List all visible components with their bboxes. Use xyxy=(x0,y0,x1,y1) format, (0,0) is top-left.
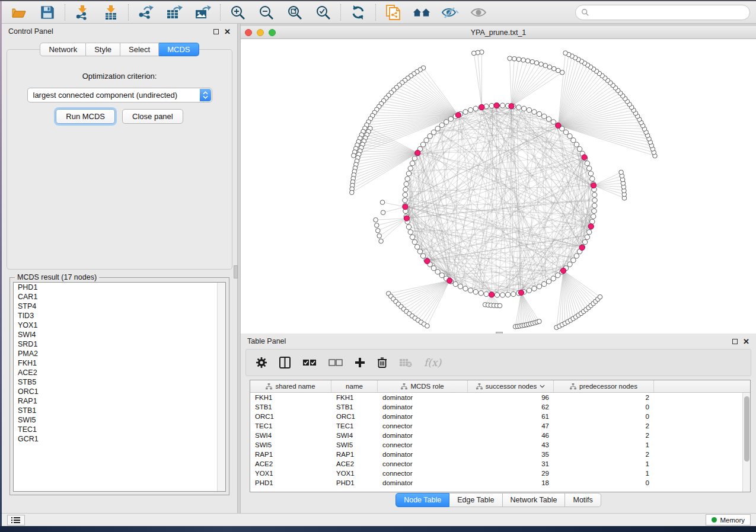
mcds-result-item[interactable]: SWI5 xyxy=(14,415,225,425)
table-row[interactable]: FKH1FKH1dominator962 xyxy=(250,393,750,402)
import-table-button[interactable] xyxy=(102,4,120,21)
cell-name: TEC1 xyxy=(331,422,378,430)
show-all-icon xyxy=(470,6,487,19)
table-row[interactable]: RAP1RAP1dominator352 xyxy=(250,450,750,459)
refresh-button[interactable] xyxy=(349,4,367,21)
cell-successor-nodes: 62 xyxy=(468,403,554,411)
zoom-in-button[interactable] xyxy=(229,4,247,21)
mcds-result-item[interactable]: TID3 xyxy=(14,311,225,321)
cell-name: FKH1 xyxy=(331,394,378,401)
function-builder-button-disabled[interactable]: f(x) xyxy=(424,357,441,368)
table-row[interactable]: ORC1ORC1dominator610 xyxy=(250,412,750,421)
tab-style[interactable]: Style xyxy=(86,43,120,56)
mcds-result-item[interactable]: STB5 xyxy=(14,377,225,387)
close-table-panel-icon[interactable]: ✕ xyxy=(743,339,749,344)
cell-shared-name: TEC1 xyxy=(250,422,331,430)
float-table-panel-icon[interactable] xyxy=(732,339,738,344)
mcds-result-item[interactable]: TEC1 xyxy=(14,425,225,434)
cell-predecessor-nodes: 0 xyxy=(554,403,654,411)
hide-selected-button[interactable] xyxy=(441,4,459,21)
mcds-result-item[interactable]: FKH1 xyxy=(14,358,225,368)
table-row[interactable]: TEC1TEC1connector472 xyxy=(250,421,750,431)
show-column-panel-button[interactable] xyxy=(279,357,291,368)
column-header-MCDS-role[interactable]: MCDS role xyxy=(378,380,468,392)
mcds-result-item[interactable]: CAR1 xyxy=(14,292,225,302)
column-header-shared-name[interactable]: shared name xyxy=(250,380,331,392)
network-graph[interactable] xyxy=(241,39,756,334)
search-field[interactable] xyxy=(575,5,750,20)
select-all-columns-button[interactable] xyxy=(302,359,317,366)
float-panel-icon[interactable] xyxy=(213,29,219,34)
cell-successor-nodes: 43 xyxy=(468,441,554,448)
cell-name: YOX1 xyxy=(331,470,378,477)
tab-motifs[interactable]: Motifs xyxy=(565,493,601,507)
mcds-result-item[interactable]: PMA2 xyxy=(14,349,225,358)
mcds-result-item[interactable]: YOX1 xyxy=(14,321,225,330)
delete-table-button-disabled[interactable] xyxy=(399,358,412,367)
table-row[interactable]: SWI5SWI5connector431 xyxy=(250,440,750,450)
task-history-button[interactable] xyxy=(7,515,25,525)
tab-network-table[interactable]: Network Table xyxy=(503,493,566,507)
deselect-all-columns-button[interactable] xyxy=(328,359,343,366)
tab-node-table[interactable]: Node Table xyxy=(395,493,449,507)
export-table-button[interactable] xyxy=(165,4,183,21)
close-panel-icon[interactable]: ✕ xyxy=(224,29,231,34)
search-input[interactable] xyxy=(589,8,744,17)
mcds-result-item[interactable]: STP4 xyxy=(14,302,225,311)
column-header-name[interactable]: name xyxy=(331,380,378,392)
splitter-handle[interactable] xyxy=(234,265,238,278)
tab-edge-table[interactable]: Edge Table xyxy=(449,493,502,507)
zoom-out-button[interactable] xyxy=(257,4,275,21)
tab-select[interactable]: Select xyxy=(120,43,159,56)
node-table[interactable]: shared namenameMCDS rolesuccessor nodesp… xyxy=(250,380,751,492)
tab-mcds[interactable]: MCDS xyxy=(159,43,199,56)
create-column-button[interactable] xyxy=(355,357,365,368)
network-titlebar[interactable]: YPA_prune.txt_1 xyxy=(241,26,756,39)
delete-column-button[interactable] xyxy=(377,357,387,368)
mcds-list-scrollbar[interactable] xyxy=(217,283,225,491)
table-row[interactable]: ACE2ACE2connector311 xyxy=(250,459,750,469)
tab-network[interactable]: Network xyxy=(40,43,86,56)
open-file-button[interactable] xyxy=(10,4,28,21)
mcds-result-item[interactable]: SWI4 xyxy=(14,330,225,339)
run-mcds-button[interactable]: Run MCDS xyxy=(56,109,115,124)
mcds-result-item[interactable]: GCR1 xyxy=(14,434,225,444)
cell-MCDS-role: dominator xyxy=(378,479,468,486)
zoom-selected-button[interactable] xyxy=(314,4,332,21)
mcds-result-item[interactable]: STB1 xyxy=(14,406,225,415)
mcds-result-item[interactable]: ACE2 xyxy=(14,368,225,377)
table-row[interactable]: STB1STB1dominator620 xyxy=(250,402,750,412)
checked-boxes-icon xyxy=(302,359,317,366)
cell-MCDS-role: dominator xyxy=(378,451,468,458)
memory-button[interactable]: Memory xyxy=(706,514,751,525)
duplicate-network-button[interactable] xyxy=(384,4,402,21)
mcds-result-title: MCDS result (17 nodes) xyxy=(15,273,99,281)
column-header-predecessor-nodes[interactable]: predecessor nodes xyxy=(554,380,654,392)
table-row[interactable]: YOX1YOX1connector291 xyxy=(250,469,750,478)
zoom-fit-button[interactable] xyxy=(286,4,304,21)
cell-name: RAP1 xyxy=(331,451,378,458)
table-scrollbar[interactable] xyxy=(742,393,750,492)
optimization-criterion-select[interactable]: largest connected component (undirected) xyxy=(27,88,212,102)
network-canvas[interactable] xyxy=(241,39,756,334)
cell-shared-name: ACE2 xyxy=(250,460,331,467)
export-network-button[interactable] xyxy=(137,4,155,21)
import-network-button[interactable] xyxy=(74,4,91,21)
show-all-button[interactable] xyxy=(470,4,487,21)
cell-predecessor-nodes: 1 xyxy=(554,470,654,477)
close-panel-button[interactable]: Close panel xyxy=(122,109,183,124)
first-neighbors-button[interactable] xyxy=(413,4,430,21)
column-header-successor-nodes[interactable]: successor nodes xyxy=(468,380,554,392)
zoom-fit-icon xyxy=(287,5,302,20)
save-session-button[interactable] xyxy=(39,4,56,21)
table-row[interactable]: PHD1PHD1dominator180 xyxy=(250,478,750,488)
export-image-button[interactable] xyxy=(194,4,212,21)
table-row[interactable]: SWI4SWI4dominator462 xyxy=(250,431,750,440)
mcds-result-item[interactable]: PHD1 xyxy=(14,283,225,292)
mcds-result-item[interactable]: RAP1 xyxy=(14,396,225,406)
table-scrollbar-thumb[interactable] xyxy=(744,396,749,462)
mcds-result-list[interactable]: PHD1CAR1STP4TID3YOX1SWI4SRD1PMA2FKH1ACE2… xyxy=(13,282,226,492)
mcds-result-item[interactable]: ORC1 xyxy=(14,387,225,396)
mcds-result-item[interactable]: SRD1 xyxy=(14,339,225,349)
table-settings-button[interactable] xyxy=(256,357,267,368)
